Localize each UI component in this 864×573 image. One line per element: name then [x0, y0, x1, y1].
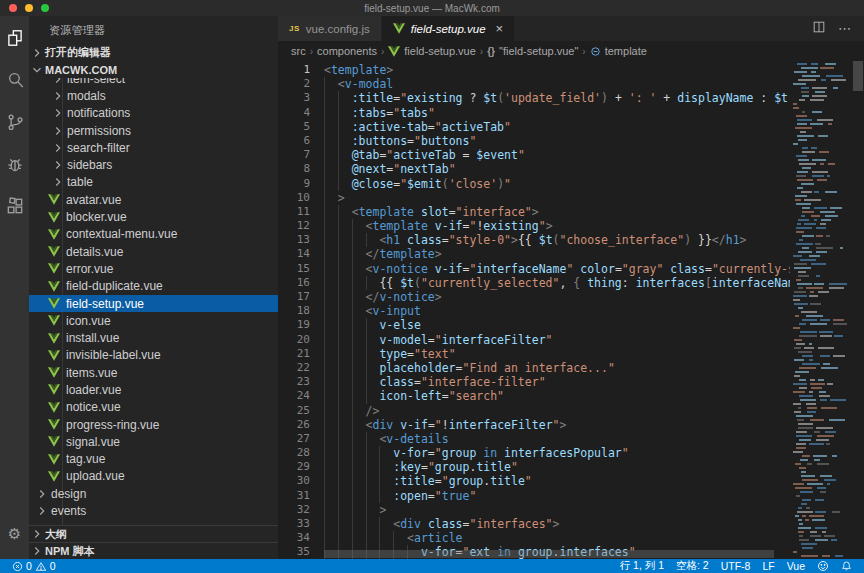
code-area[interactable]: 1<template>2<v-modal3:title="existing ? …	[278, 63, 790, 559]
cursor-position-status[interactable]: 行 1, 列 1	[614, 559, 670, 573]
code-line-34[interactable]: 34<article	[278, 531, 790, 545]
code-line-28[interactable]: 28v-for="group in interfacesPopular"	[278, 446, 790, 460]
code-line-5[interactable]: 5:active-tab="activeTab"	[278, 120, 790, 134]
close-window-icon[interactable]	[9, 4, 17, 12]
breadcrumb-item-src[interactable]: src	[291, 45, 306, 57]
tab-field-setup-vue[interactable]: field-setup.vue ×	[382, 16, 514, 41]
vertical-scrollbar-thumb[interactable]	[853, 61, 863, 91]
horizontal-scrollbar[interactable]	[324, 550, 788, 558]
extensions-icon[interactable]	[4, 195, 26, 217]
tree-item-notifications[interactable]: notifications	[29, 105, 278, 122]
tree-item-events[interactable]: events	[29, 502, 278, 519]
code-line-31[interactable]: 31:open="true"	[278, 489, 790, 503]
tree-item-error.vue[interactable]: error.vue	[29, 260, 278, 277]
code-line-6[interactable]: 6:buttons="buttons"	[278, 134, 790, 148]
close-tab-icon[interactable]: ×	[496, 22, 504, 35]
vertical-scrollbar[interactable]	[852, 61, 864, 559]
code-line-19[interactable]: 19v-else	[278, 318, 790, 332]
source-control-icon[interactable]	[4, 111, 26, 133]
breadcrumb-item-field-setup.vue[interactable]: field-setup.vue	[388, 45, 476, 57]
feedback-smiley-icon[interactable]	[811, 559, 835, 573]
tree-item-tag.vue[interactable]: tag.vue	[29, 451, 278, 468]
outline-section[interactable]: 大纲	[29, 525, 278, 542]
tree-item-signal.vue[interactable]: signal.vue	[29, 433, 278, 450]
code-line-9[interactable]: 9@close="$emit('close')"	[278, 177, 790, 191]
breadcrumb-item-components[interactable]: components	[317, 45, 377, 57]
code-line-24[interactable]: 24icon-left="search"	[278, 389, 790, 403]
breadcrumb-item-field-setup.vue[interactable]: {}"field-setup.vue"	[487, 45, 578, 57]
more-actions-icon[interactable]: ⋯	[838, 21, 852, 36]
minimap[interactable]	[790, 61, 852, 559]
code-editor[interactable]: 1<template>2<v-modal3:title="existing ? …	[278, 61, 864, 559]
tree-item-field-setup.vue[interactable]: field-setup.vue	[29, 295, 278, 312]
tree-item-blocker.vue[interactable]: blocker.vue	[29, 208, 278, 225]
code-line-7[interactable]: 7@tab="activeTab = $event"	[278, 148, 790, 162]
code-line-14[interactable]: 14</template>	[278, 247, 790, 261]
code-line-15[interactable]: 15<v-notice v-if="interfaceName" color="…	[278, 262, 790, 276]
tree-item-install.vue[interactable]: install.vue	[29, 329, 278, 346]
breadcrumb-item-template[interactable]: template	[590, 45, 647, 57]
code-line-32[interactable]: 32>	[278, 503, 790, 517]
language-mode-status[interactable]: Vue	[781, 559, 811, 573]
indentation-status[interactable]: 空格: 2	[670, 559, 715, 573]
code-line-21[interactable]: 21type="text"	[278, 347, 790, 361]
npm-scripts-section[interactable]: NPM 脚本	[29, 542, 278, 559]
eol-status[interactable]: LF	[756, 559, 780, 573]
zoom-window-icon[interactable]	[41, 4, 49, 12]
code-line-10[interactable]: 10>	[278, 191, 790, 205]
code-line-30[interactable]: 30:title="group.title"	[278, 474, 790, 488]
tree-item-item-select[interactable]: item-select	[29, 78, 278, 87]
code-line-4[interactable]: 4:tabs="tabs"	[278, 106, 790, 120]
tree-item-upload.vue[interactable]: upload.vue	[29, 468, 278, 485]
code-line-20[interactable]: 20v-model="interfaceFilter"	[278, 333, 790, 347]
code-line-3[interactable]: 3:title="existing ? $t('update_field') +…	[278, 91, 790, 105]
tree-item-sidebars[interactable]: sidebars	[29, 156, 278, 173]
problems-status[interactable]: 0 0	[6, 559, 62, 573]
explorer-icon[interactable]	[4, 27, 26, 49]
code-line-18[interactable]: 18<v-input	[278, 304, 790, 318]
code-line-1[interactable]: 1<template>	[278, 63, 790, 77]
tree-item-design[interactable]: design	[29, 485, 278, 502]
tree-item-label: events	[51, 504, 86, 518]
code-line-11[interactable]: 11<template slot="interface">	[278, 205, 790, 219]
code-line-27[interactable]: 27<v-details	[278, 432, 790, 446]
tree-item-search-filter[interactable]: search-filter	[29, 139, 278, 156]
code-line-22[interactable]: 22placeholder="Find an interface..."	[278, 361, 790, 375]
tree-item-permissions[interactable]: permissions	[29, 122, 278, 139]
tree-item-progress-ring.vue[interactable]: progress-ring.vue	[29, 416, 278, 433]
tree-item-icon.vue[interactable]: icon.vue	[29, 312, 278, 329]
settings-gear-icon[interactable]: ⚙	[4, 523, 26, 545]
tree-item-loader.vue[interactable]: loader.vue	[29, 381, 278, 398]
split-editor-icon[interactable]	[812, 20, 826, 38]
search-icon[interactable]	[4, 69, 26, 91]
tree-item-invisible-label.vue[interactable]: invisible-label.vue	[29, 347, 278, 364]
code-line-13[interactable]: 13<h1 class="style-0">{{ $t("choose_inte…	[278, 233, 790, 247]
workspace-section[interactable]: MACWK.COM	[29, 61, 278, 78]
tree-item-field-duplicate.vue[interactable]: field-duplicate.vue	[29, 278, 278, 295]
minimize-window-icon[interactable]	[25, 4, 33, 12]
code-line-23[interactable]: 23class="interface-filter"	[278, 375, 790, 389]
tree-item-items.vue[interactable]: items.vue	[29, 364, 278, 381]
code-line-8[interactable]: 8@next="nextTab"	[278, 162, 790, 176]
code-line-2[interactable]: 2<v-modal	[278, 77, 790, 91]
code-line-12[interactable]: 12<template v-if="!existing">	[278, 219, 790, 233]
horizontal-scrollbar-thumb[interactable]	[324, 550, 774, 558]
encoding-status[interactable]: UTF-8	[715, 559, 757, 573]
tree-item-table[interactable]: table	[29, 174, 278, 191]
open-editors-section[interactable]: 打开的编辑器	[29, 44, 278, 61]
tree-item-details.vue[interactable]: details.vue	[29, 243, 278, 260]
line-number: 24	[278, 389, 310, 403]
tree-item-contextual-menu.vue[interactable]: contextual-menu.vue	[29, 226, 278, 243]
code-line-33[interactable]: 33<div class="interfaces">	[278, 517, 790, 531]
tree-item-avatar.vue[interactable]: avatar.vue	[29, 191, 278, 208]
code-line-29[interactable]: 29:key="group.title"	[278, 460, 790, 474]
code-line-17[interactable]: 17</v-notice>	[278, 290, 790, 304]
code-line-26[interactable]: 26<div v-if="!interfaceFilter">	[278, 418, 790, 432]
debug-icon[interactable]	[4, 153, 26, 175]
tree-item-notice.vue[interactable]: notice.vue	[29, 399, 278, 416]
tab-vue-config-js[interactable]: JS vue.config.js	[278, 16, 381, 41]
notifications-bell-icon[interactable]	[835, 559, 858, 573]
code-line-25[interactable]: 25/>	[278, 404, 790, 418]
code-line-16[interactable]: 16{{ $t("currently_selected", { thing: i…	[278, 276, 790, 290]
tree-item-modals[interactable]: modals	[29, 87, 278, 104]
